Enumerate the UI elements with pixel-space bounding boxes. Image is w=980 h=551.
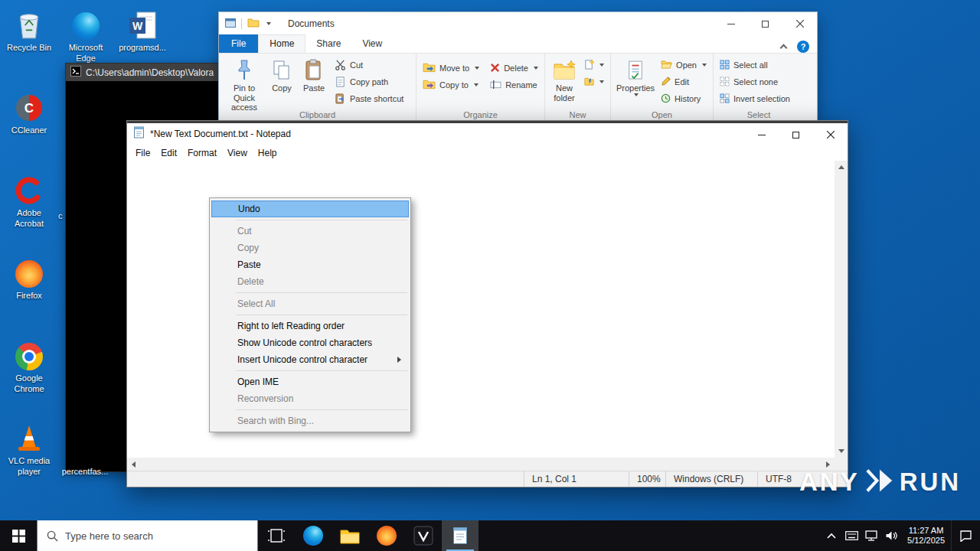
arrow-down-icon [838,449,844,453]
vertical-scrollbar[interactable] [835,161,848,458]
context-item-undo[interactable]: Undo [211,201,409,217]
pin-to-quick-access-button[interactable]: Pin to Quick access [223,57,266,112]
explorer-titlebar[interactable]: Documents [219,12,817,35]
copy-to-button[interactable]: Copy to [420,77,482,93]
scroll-up-button[interactable] [835,161,848,174]
menu-separator [236,292,407,293]
help-button[interactable]: ? [797,41,809,53]
properties-button[interactable]: Properties [615,57,656,96]
notepad-close-button[interactable] [813,123,848,146]
taskbar-clock[interactable]: 11:27 AM 5/12/2025 [901,526,951,546]
menu-item-label: Undo [238,204,260,214]
vlc-icon [15,418,43,453]
taskbar-file-explorer-button[interactable] [332,520,368,551]
edge-icon [303,526,323,546]
scroll-left-button[interactable] [127,458,140,471]
context-item-open-ime[interactable]: Open IME [211,373,409,390]
history-icon [661,93,671,105]
select-none-icon [720,77,730,88]
context-item-paste[interactable]: Paste [211,256,409,273]
clock-date: 5/12/2025 [907,536,945,546]
group-label-clipboard: Clipboard [219,110,416,121]
tray-network-button[interactable] [861,520,881,551]
taskbar-edge-button[interactable] [295,520,332,551]
copy-button[interactable]: Copy [266,57,298,93]
desktop-icon-percentfas[interactable]: percentfas... [55,429,115,478]
desktop-icon-firefox[interactable]: Firefox [0,253,59,302]
submenu-arrow-icon [397,357,401,363]
taskbar-search-box[interactable]: Type here to search [37,520,258,551]
paste-shortcut-button[interactable]: Paste shortcut [332,90,406,107]
delete-button[interactable]: Delete [488,60,541,77]
context-item-insert-unicode-char[interactable]: Insert Unicode control character [211,351,409,368]
tab-view[interactable]: View [351,34,393,53]
desktop-icon-adobe-acrobat[interactable]: Adobe Acrobat [0,170,59,230]
pin-icon [235,57,253,83]
explorer-window-icon [225,17,236,31]
horizontal-scrollbar[interactable] [127,458,835,471]
quick-access-toolbar [225,17,271,31]
copy-path-button[interactable]: Copy path [332,73,406,90]
tab-home[interactable]: Home [258,34,305,53]
move-to-button[interactable]: Move to [420,60,482,77]
explorer-maximize-button[interactable] [748,12,782,35]
context-item-rtl-reading-order[interactable]: Right to left Reading order [211,318,409,334]
invert-selection-button[interactable]: Invert selection [717,90,792,107]
tab-file[interactable]: File [219,34,258,53]
tab-share[interactable]: Share [305,34,351,53]
touch-keyboard-icon [845,531,858,540]
select-none-button[interactable]: Select none [717,73,792,90]
icon-label: percentfas... [62,467,109,478]
new-folder-button[interactable]: New folder [549,57,580,103]
open-button[interactable]: Open [658,57,709,73]
rename-button[interactable]: Rename [488,77,541,93]
rename-icon [490,80,501,91]
cut-button[interactable]: Cut [332,57,406,73]
edit-button[interactable]: Edit [658,73,709,90]
task-view-button[interactable] [258,520,295,551]
maximize-icon [792,132,799,139]
explorer-close-button[interactable] [782,12,817,35]
new-item-button[interactable] [582,57,606,73]
tray-touch-keyboard-button[interactable] [841,520,861,551]
desktop-icon-microsoft-edge[interactable]: Microsoft Edge [56,5,116,64]
desktop-icon-word-document[interactable]: W programsd... [113,5,172,54]
collapse-ribbon-icon[interactable] [780,44,788,52]
dropdown-caret-icon [599,64,604,67]
desktop-icon-vlc[interactable]: VLC media player [0,418,59,478]
history-button[interactable]: History [658,90,709,107]
qat-folder-icon[interactable] [247,17,260,31]
action-center-button[interactable] [951,520,980,551]
properties-icon [627,57,644,83]
context-item-show-unicode-chars[interactable]: Show Unicode control characters [211,334,409,351]
select-all-button[interactable]: Select all [717,57,792,73]
menu-view[interactable]: View [222,145,253,161]
anyrun-watermark: ANY RUN [799,467,961,497]
taskbar-dark-app-button[interactable] [405,520,442,551]
notepad-minimize-button[interactable] [744,123,779,146]
scroll-down-button[interactable] [835,445,848,458]
explorer-minimize-button[interactable] [714,12,748,35]
easy-access-button[interactable] [582,73,606,90]
desktop-icon-recycle-bin[interactable]: Recycle Bin [0,5,59,54]
taskbar-firefox-button[interactable] [368,520,405,551]
taskbar-notepad-button[interactable] [442,520,479,551]
edit-context-menu: Undo Cut Copy Paste Delete Select All Ri… [209,197,411,432]
dropdown-caret-icon [475,67,479,70]
desktop-icon-ccleaner[interactable]: C CCleaner [0,87,59,136]
icon-label: Firefox [16,291,42,302]
qat-customize-caret-icon[interactable] [266,22,271,25]
notepad-maximize-button[interactable] [779,123,813,146]
menu-file[interactable]: File [130,145,155,161]
start-button[interactable] [0,520,37,551]
desktop-background: Recycle Bin Microsoft Edge W programsd..… [0,0,980,551]
tray-volume-button[interactable] [881,520,901,551]
menu-help[interactable]: Help [253,145,283,161]
menu-format[interactable]: Format [182,145,222,161]
menu-edit[interactable]: Edit [155,145,182,161]
dropdown-caret-icon [474,83,479,86]
tray-chevron-up-button[interactable] [822,520,841,551]
paste-button[interactable]: Paste [298,57,330,93]
desktop-icon-google-chrome[interactable]: Google Chrome [0,335,59,395]
notepad-titlebar[interactable]: *New Text Document.txt - Notepad [127,123,848,145]
